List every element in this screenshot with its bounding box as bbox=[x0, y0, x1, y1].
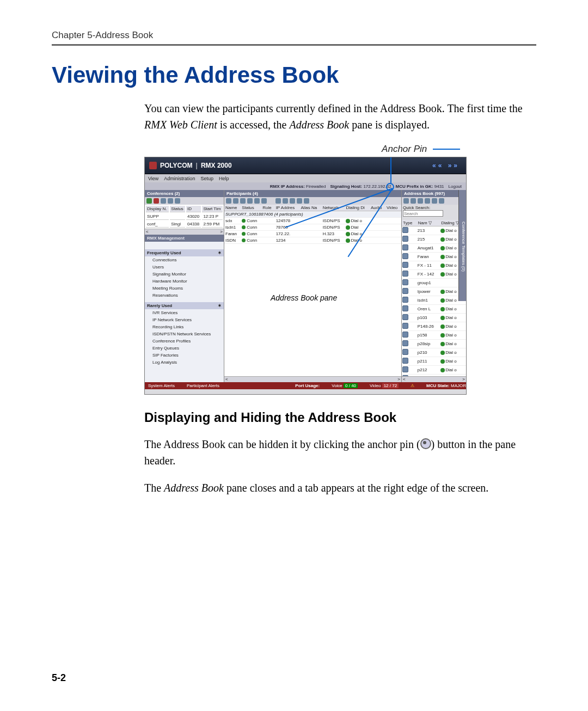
toolbar-icon[interactable] bbox=[290, 198, 295, 204]
logout-link[interactable]: Logout bbox=[449, 184, 466, 189]
dial-icon bbox=[440, 263, 445, 268]
tree-item[interactable]: IP Network Services bbox=[145, 316, 224, 323]
anchor-pin-icon bbox=[420, 438, 431, 449]
callout-leader bbox=[390, 157, 391, 183]
table-row[interactable]: FaranDial o bbox=[402, 253, 466, 261]
toolbar-icon[interactable] bbox=[161, 198, 166, 204]
warning-icon: ⚠ bbox=[411, 383, 414, 388]
h-scroll[interactable]: <> bbox=[402, 376, 466, 382]
table-row[interactable]: p211Dial o bbox=[402, 357, 466, 366]
table-row[interactable]: p28sipDial o bbox=[402, 340, 466, 348]
menu-help[interactable]: Help bbox=[219, 176, 229, 181]
tree-item[interactable]: Users bbox=[145, 263, 224, 271]
table-row[interactable]: P148-26Dial o bbox=[402, 322, 466, 331]
table-row[interactable]: p103Dial o bbox=[402, 314, 466, 322]
toolbar-icon[interactable] bbox=[261, 198, 267, 204]
toolbar-icon[interactable] bbox=[432, 198, 437, 204]
table-row[interactable]: IpowerDial o bbox=[402, 287, 466, 296]
tree-item[interactable]: Signaling Monitor bbox=[145, 271, 224, 278]
toolbar-icon[interactable] bbox=[425, 198, 430, 204]
tree-item[interactable]: Hardware Monitor bbox=[145, 278, 224, 285]
table-row[interactable]: isdn1Dial o bbox=[402, 296, 466, 305]
table-row[interactable]: Oren LDial o bbox=[402, 305, 466, 314]
toolbar-icon[interactable] bbox=[439, 198, 444, 204]
tree-item[interactable]: SIP Factories bbox=[145, 352, 224, 359]
dial-icon bbox=[440, 342, 445, 346]
address-book-toolbar bbox=[402, 197, 466, 205]
address-book-pane: Address Book (997) Quick Search: bbox=[401, 190, 466, 382]
search-input[interactable] bbox=[403, 210, 443, 217]
table-row[interactable]: Anugat1Dial o bbox=[402, 244, 466, 253]
table-row[interactable]: ISDN Conn 1234 ISDN/PS Dial o bbox=[224, 237, 401, 244]
table-row[interactable]: 215Dial o bbox=[402, 235, 466, 244]
toolbar-icon[interactable] bbox=[297, 198, 302, 204]
toolbar-icon[interactable] bbox=[240, 198, 246, 204]
conference-templates-tab[interactable]: Conference Templates (0) bbox=[458, 190, 466, 301]
toolbar-icon[interactable] bbox=[283, 198, 288, 204]
toolbar-icon[interactable] bbox=[411, 198, 416, 204]
participant-type-icon bbox=[402, 253, 408, 259]
toolbar-icon[interactable] bbox=[275, 198, 281, 204]
tree-item[interactable]: Connections bbox=[145, 256, 224, 263]
table-row[interactable]: SUPP 43020 12:23 P bbox=[146, 213, 223, 220]
toolbar-icon[interactable] bbox=[304, 198, 309, 204]
menu-view[interactable]: View bbox=[148, 176, 158, 181]
menu-setup[interactable]: Setup bbox=[200, 176, 213, 181]
tree-item[interactable]: IVR Services bbox=[145, 309, 224, 316]
tree-item[interactable]: Recording Links bbox=[145, 323, 224, 330]
h-scroll[interactable]: <> bbox=[224, 376, 401, 382]
table-row[interactable]: FX - 11Dial o bbox=[402, 261, 466, 270]
conferences-table: Display N. Status ID Start Tim SUPP 4302… bbox=[145, 205, 224, 229]
tree-item[interactable]: Log Analysis bbox=[145, 359, 224, 366]
status-connected-icon bbox=[242, 225, 246, 229]
tree-item[interactable]: Entry Queues bbox=[145, 345, 224, 352]
tree-section-frequent[interactable]: Frequently Used✶ bbox=[145, 249, 224, 256]
table-row[interactable]: conf_ Singl 04338 2:59 PM bbox=[146, 221, 223, 228]
table-row[interactable]: Faran Conn 172.22. H.323 Dial o bbox=[224, 231, 401, 237]
toolbar-icon[interactable] bbox=[175, 198, 180, 204]
address-book-table: Type Nam ▽ Dialing ▽ 213Dial o215Dial oA… bbox=[402, 220, 466, 376]
dial-icon bbox=[440, 246, 445, 250]
nav-arrows-icon[interactable]: «« »» bbox=[432, 162, 466, 169]
table-row[interactable]: 213Dial o bbox=[402, 226, 466, 235]
dial-icon bbox=[346, 238, 350, 243]
quick-search-label: Quick Search: bbox=[403, 205, 430, 210]
tree-section-rare[interactable]: Rarely Used✶ bbox=[145, 302, 224, 309]
toolbar-icon[interactable] bbox=[247, 198, 253, 204]
h-scroll[interactable]: <> bbox=[145, 229, 224, 235]
table-row[interactable]: p158Dial o bbox=[402, 331, 466, 340]
table-row[interactable]: p210Dial o bbox=[402, 348, 466, 357]
tree-item[interactable]: Conference Profiles bbox=[145, 338, 224, 345]
window-titlebar: POLYCOM | RMX 2000 «« »» bbox=[145, 157, 466, 174]
product-label: RMX 2000 bbox=[201, 162, 232, 169]
dial-icon bbox=[440, 351, 445, 355]
participant-alerts-tab[interactable]: Participant Alerts bbox=[187, 383, 219, 388]
toolbar-icon[interactable] bbox=[254, 198, 260, 204]
toolbar-icon[interactable] bbox=[168, 198, 173, 204]
dial-icon bbox=[440, 307, 445, 311]
system-alerts-tab[interactable]: System Alerts bbox=[148, 383, 175, 388]
tree-item[interactable]: Meeting Rooms bbox=[145, 285, 224, 292]
conferences-header: Conferences (2) bbox=[145, 190, 224, 197]
intro-rmx-client: RMX Web Client bbox=[144, 119, 217, 131]
body-paragraph-1: The Address Book can be hidden it by cli… bbox=[144, 436, 536, 469]
toolbar-icon[interactable] bbox=[403, 198, 409, 204]
tree-item[interactable]: ISDN/PSTN Network Services bbox=[145, 330, 224, 338]
dial-icon bbox=[440, 316, 445, 320]
table-row[interactable]: p212Dial o bbox=[402, 366, 466, 375]
new-conf-icon[interactable] bbox=[146, 198, 152, 204]
table-row[interactable]: isdn1 Conn 78769 ISDN/PS Dial bbox=[224, 224, 401, 231]
menu-admin[interactable]: Administration bbox=[164, 176, 195, 181]
participant-type-icon bbox=[402, 314, 408, 320]
delete-conf-icon[interactable] bbox=[154, 198, 159, 204]
toolbar-icon[interactable] bbox=[226, 198, 231, 204]
toolbar-icon[interactable] bbox=[418, 198, 423, 204]
address-book-header: Address Book (997) bbox=[402, 190, 466, 197]
participant-type-icon bbox=[402, 244, 408, 250]
table-row[interactable]: group1 bbox=[402, 279, 466, 287]
table-row[interactable]: FX - 142Dial o bbox=[402, 270, 466, 279]
dial-icon bbox=[346, 232, 350, 236]
tree-item[interactable]: Reservations bbox=[145, 292, 224, 299]
toolbar-icon[interactable] bbox=[233, 198, 238, 204]
table-row[interactable]: sdx Conn 124578 ISDN/PS Dial o bbox=[224, 218, 401, 224]
